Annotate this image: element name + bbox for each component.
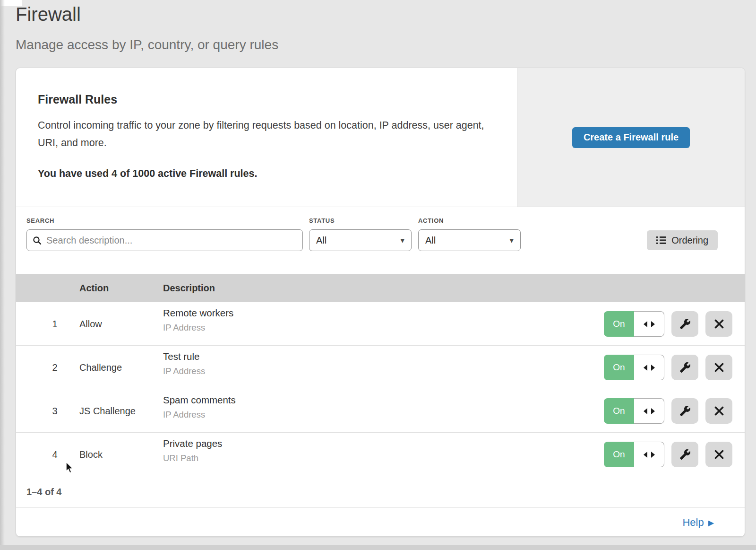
help-arrow-icon: ▶ (708, 518, 714, 527)
rule-description: Spam comments (163, 394, 236, 406)
card-footer: Help ▶ (16, 507, 745, 537)
rule-enabled-toggle[interactable]: On (604, 398, 664, 424)
left-right-arrows-icon (644, 321, 655, 327)
delete-rule-button[interactable] (705, 442, 732, 467)
rule-priority: 2 (49, 362, 60, 373)
wrench-icon (679, 362, 691, 373)
edit-rule-button[interactable] (671, 398, 698, 424)
rule-description: Remote workers (163, 307, 233, 319)
edit-rule-button[interactable] (671, 442, 698, 467)
rule-match-type: IP Address (163, 410, 236, 420)
banner-description: Control incoming traffic to your zone by… (38, 117, 488, 152)
help-link[interactable]: Help ▶ (682, 516, 714, 529)
rule-enabled-toggle[interactable]: On (604, 311, 664, 337)
table-row: 1 Allow Remote workers IP Address On (16, 302, 745, 346)
status-select-value: All (316, 235, 326, 246)
toggle-arrows-segment[interactable] (634, 442, 664, 467)
rule-action: Block (79, 449, 103, 460)
close-icon (714, 406, 724, 416)
column-header-description: Description (163, 274, 215, 302)
status-select[interactable]: All ▾ (309, 229, 412, 251)
pagination-status: 1–4 of 4 (16, 476, 745, 507)
table-row: 3 JS Challenge Spam comments IP Address … (16, 389, 745, 433)
rule-enabled-toggle[interactable]: On (604, 442, 664, 467)
rule-action: Challenge (79, 362, 122, 373)
delete-rule-button[interactable] (705, 311, 732, 337)
toggle-arrows-segment[interactable] (634, 355, 664, 380)
table-row: 4 Block Private pages URI Path On (16, 433, 745, 476)
rule-description-cell: Private pages URI Path (163, 438, 222, 463)
edit-rule-button[interactable] (671, 355, 698, 380)
banner-text-block: Firewall Rules Control incoming traffic … (16, 68, 517, 207)
search-label: SEARCH (26, 217, 54, 224)
action-select-value: All (425, 235, 436, 246)
toggle-on-segment[interactable]: On (604, 311, 634, 337)
rule-priority: 3 (49, 405, 60, 416)
search-input[interactable] (46, 235, 297, 246)
toggle-on-segment[interactable]: On (604, 442, 634, 467)
wrench-icon (679, 318, 691, 330)
filters-bar: SEARCH STATUS All ▾ ACTION All ▾ (16, 207, 745, 274)
create-firewall-rule-button[interactable]: Create a Firewall rule (572, 127, 690, 148)
banner-side-panel: Create a Firewall rule (517, 68, 745, 207)
wrench-icon (679, 405, 691, 417)
edit-rule-button[interactable] (671, 311, 698, 337)
close-icon (714, 319, 724, 329)
toggle-arrows-segment[interactable] (634, 398, 664, 424)
search-box[interactable] (26, 229, 303, 251)
chevron-down-icon: ▾ (509, 236, 514, 244)
rule-action: JS Challenge (79, 405, 136, 416)
rule-description: Private pages (163, 438, 222, 449)
column-header-action: Action (79, 274, 109, 302)
window-bottom-edge (0, 545, 756, 550)
ordering-button-label: Ordering (671, 235, 708, 246)
table-row: 2 Challenge Test rule IP Address On (16, 346, 745, 389)
left-right-arrows-icon (644, 452, 655, 458)
action-select[interactable]: All ▾ (418, 229, 521, 251)
rule-priority: 1 (49, 318, 60, 329)
banner-heading: Firewall Rules (38, 93, 498, 106)
toggle-on-segment[interactable]: On (604, 355, 634, 380)
delete-rule-button[interactable] (705, 398, 732, 424)
page-title: Firewall (16, 4, 81, 25)
close-icon (714, 449, 724, 460)
rule-description-cell: Spam comments IP Address (163, 394, 236, 420)
rule-match-type: IP Address (163, 323, 233, 333)
left-right-arrows-icon (644, 408, 655, 414)
close-icon (714, 362, 724, 373)
rule-description-cell: Remote workers IP Address (163, 307, 233, 333)
help-link-label: Help (682, 516, 704, 529)
table-header: Action Description (16, 274, 745, 302)
ordering-button[interactable]: Ordering (647, 230, 718, 250)
rule-enabled-toggle[interactable]: On (604, 355, 664, 380)
toggle-arrows-segment[interactable] (634, 311, 664, 337)
firewall-rules-banner: Firewall Rules Control incoming traffic … (16, 68, 745, 207)
firewall-page: Firewall Manage access by IP, country, o… (0, 0, 756, 550)
page-subtitle: Manage access by IP, country, or query r… (16, 37, 278, 52)
rule-priority: 4 (49, 449, 60, 460)
status-label: STATUS (309, 217, 335, 224)
rules-usage-text: You have used 4 of 1000 active Firewall … (38, 168, 498, 180)
wrench-icon (679, 449, 691, 460)
rule-description: Test rule (163, 351, 205, 362)
rule-action: Allow (79, 318, 102, 329)
firewall-card: Firewall Rules Control incoming traffic … (16, 68, 745, 537)
rule-match-type: IP Address (163, 366, 205, 376)
search-icon (33, 236, 42, 245)
rule-match-type: URI Path (163, 453, 222, 463)
action-label: ACTION (418, 217, 444, 224)
chevron-down-icon: ▾ (400, 236, 404, 244)
left-right-arrows-icon (644, 365, 655, 371)
rule-description-cell: Test rule IP Address (163, 351, 205, 376)
window-left-edge (0, 0, 5, 550)
ordered-list-icon (656, 236, 666, 244)
delete-rule-button[interactable] (705, 355, 732, 380)
toggle-on-segment[interactable]: On (604, 398, 634, 424)
